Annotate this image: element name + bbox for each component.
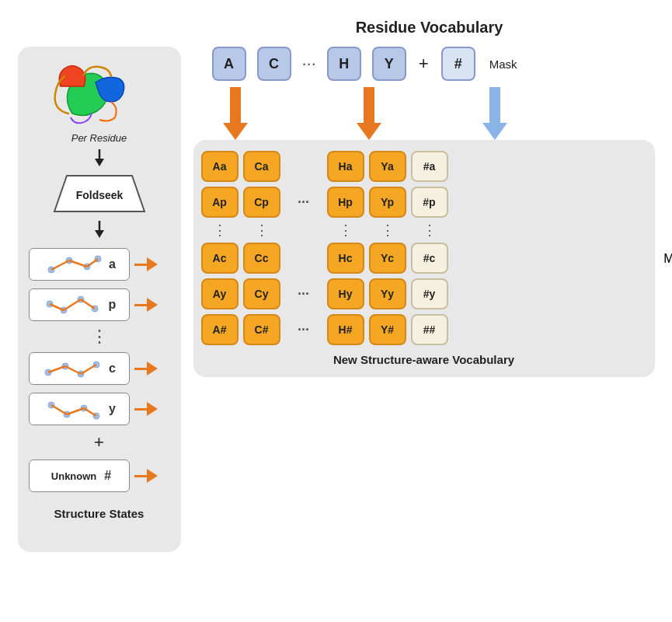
masks-label: Masks — [663, 252, 672, 266]
state-row-p: p — [29, 288, 170, 321]
state-row-c: c — [29, 352, 170, 385]
plus-sign: + — [94, 432, 104, 453]
vdots-middle: ⋮ — [91, 328, 108, 345]
svg-line-25 — [65, 366, 81, 374]
svg-text:Foldseek: Foldseek — [75, 189, 123, 201]
foldseek-box: Foldseek — [53, 174, 146, 216]
big-arrows — [193, 86, 655, 140]
cell-Ya: Ya — [369, 151, 406, 182]
svg-line-18 — [64, 299, 81, 310]
cell-Ca: Ca — [243, 151, 280, 182]
vdots-row: ⋮ ⋮ ⋮ ⋮ ⋮ — [201, 222, 647, 238]
svg-marker-1 — [95, 159, 104, 166]
svg-marker-5 — [95, 230, 104, 238]
cell-Hhash: H# — [327, 314, 364, 345]
cell-Ap: Ap — [201, 187, 239, 218]
svg-line-26 — [81, 365, 96, 374]
vocab-chip-C: C — [257, 47, 291, 81]
dots-hash: ··· — [285, 314, 322, 345]
dots-c — [285, 243, 322, 274]
residue-vocabulary-title: Residue Vocabulary — [356, 19, 503, 37]
right-side: A C ··· H Y + # Mask — [193, 47, 655, 377]
cell-Hy: Hy — [327, 278, 364, 309]
vocab-chip-hash: # — [441, 47, 475, 81]
grid-row-y: Ay Cy ··· Hy Yy #y — [201, 278, 647, 309]
grid-row-hash: A# C# ··· H# Y# ## — [201, 314, 647, 345]
cell-Aa: Aa — [201, 151, 239, 182]
unknown-label: Unknown — [47, 470, 102, 482]
dots-p: ··· — [285, 187, 322, 218]
cell-Cy: Cy — [243, 278, 280, 309]
dots-y: ··· — [285, 278, 322, 309]
vocab-chip-H: H — [327, 47, 361, 81]
state-row-a: a — [29, 248, 170, 281]
state-row-y: y — [29, 393, 170, 425]
cell-Hp: Hp — [327, 187, 364, 218]
cell-Chash: C# — [243, 314, 280, 345]
grid-row-c: Ac Cc Hc Yc #c — [201, 243, 647, 274]
vocab-dots-1: ··· — [302, 54, 316, 74]
cell-Ac: Ac — [201, 243, 239, 274]
cell-Yp: Yp — [369, 187, 406, 218]
cell-Cp: Cp — [243, 187, 280, 218]
svg-line-17 — [50, 304, 64, 310]
svg-line-10 — [51, 260, 69, 270]
cell-hash-a: #a — [411, 151, 448, 182]
vocab-plus: + — [419, 54, 429, 74]
structure-states-title: Structure States — [54, 507, 144, 520]
svg-line-31 — [51, 405, 67, 414]
cell-Ha: Ha — [327, 151, 364, 182]
svg-line-32 — [67, 408, 84, 414]
left-panel: Per Residue Foldseek — [18, 47, 181, 552]
cell-hash-c: #c — [411, 243, 448, 274]
cell-Ahash: A# — [201, 314, 239, 345]
cell-hash-p: #p — [411, 187, 448, 218]
new-vocab-title: New Structure-aware Vocabulary — [201, 353, 647, 366]
svg-line-12 — [87, 259, 98, 267]
per-residue-label: Per Residue — [71, 132, 127, 144]
grid-row-p: Ap Cp ··· Hp Yp #p — [201, 187, 647, 218]
arrow-down-1 — [92, 149, 107, 166]
svg-line-19 — [81, 299, 95, 309]
protein-image — [49, 59, 150, 132]
cell-hash-y: #y — [411, 278, 448, 309]
mask-label: Mask — [489, 58, 517, 71]
arrow-down-2 — [92, 221, 107, 238]
dots-a — [285, 151, 322, 182]
cell-Hc: Hc — [327, 243, 364, 274]
vocab-chip-Y: Y — [372, 47, 406, 81]
cell-Yhash: Y# — [369, 314, 406, 345]
vocab-chip-A: A — [212, 47, 246, 81]
right-content-panel: Aa Ca Ha Ya #a Ap Cp ··· Hp Yp #p — [193, 140, 655, 377]
cell-Yc: Yc — [369, 243, 406, 274]
cell-Cc: Cc — [243, 243, 280, 274]
svg-line-33 — [84, 408, 96, 416]
state-row-unknown: Unknown # — [29, 460, 170, 492]
cell-Ay: Ay — [201, 278, 239, 309]
svg-line-24 — [48, 366, 65, 372]
grid-row-a: Aa Ca Ha Ya #a — [201, 151, 647, 182]
unknown-hash: # — [104, 469, 111, 483]
diagram: Residue Vocabulary — [18, 16, 655, 606]
vocab-section: A C ··· H Y + # Mask — [193, 47, 655, 81]
cell-hashhash: ## — [411, 314, 448, 345]
cell-Yy: Yy — [369, 278, 406, 309]
svg-line-11 — [69, 260, 87, 267]
